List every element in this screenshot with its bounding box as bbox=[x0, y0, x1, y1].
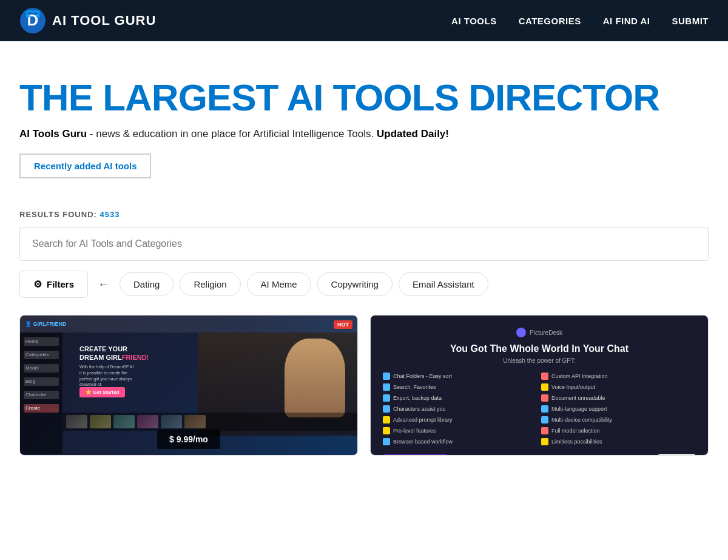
card2-bottom: Start Now → Free bbox=[383, 454, 696, 455]
feat-label-14: Limitless possibilities bbox=[551, 439, 602, 445]
card1-hot-badge: HOT bbox=[334, 320, 352, 329]
feat-10: Multi-device compatibility bbox=[541, 416, 696, 423]
feat-icon-14 bbox=[541, 438, 548, 445]
category-email-assistant[interactable]: Email Assistant bbox=[399, 272, 488, 296]
tool-card-1[interactable]: 👤 GIRLFRIEND Home Categories Model Blog … bbox=[19, 315, 358, 456]
card1-subtext: With the help of DreamGF AI it is possib… bbox=[79, 364, 134, 388]
card1-logo-tag: 👤 GIRLFRIEND bbox=[25, 321, 67, 327]
logo-icon: D bbox=[19, 7, 46, 34]
feat-6: Document unreadable bbox=[541, 394, 696, 402]
feat-5: Export, backup data bbox=[383, 394, 538, 402]
filter-icon: ⚙ bbox=[33, 278, 42, 290]
hero-brand: AI Tools Guru bbox=[19, 128, 87, 140]
card2-topbar: PictureDesk bbox=[383, 328, 696, 337]
thumb-3 bbox=[113, 415, 135, 428]
card2-mockup: PictureDesk You Got The Whole World In Y… bbox=[371, 315, 708, 455]
category-copywriting[interactable]: Copywriting bbox=[317, 272, 393, 296]
tool-card-2[interactable]: PictureDesk You Got The Whole World In Y… bbox=[370, 315, 709, 456]
feat-icon-13 bbox=[383, 438, 390, 445]
filter-label: Filters bbox=[47, 279, 74, 289]
feat-label-9: Advanced prompt library bbox=[393, 417, 453, 423]
card1-mockup: 👤 GIRLFRIEND Home Categories Model Blog … bbox=[20, 315, 357, 455]
card2-subtitle: Unleash the power of GPT: bbox=[383, 357, 696, 364]
hero-section: THE LARGEST AI TOOLS DIRECTOR AI Tools G… bbox=[0, 41, 728, 197]
card1-topbar: 👤 GIRLFRIEND bbox=[20, 315, 357, 332]
hero-subtitle: AI Tools Guru - news & education in one … bbox=[19, 128, 709, 140]
hero-desc: - news & education in one place for Arti… bbox=[87, 128, 377, 140]
thumb-2 bbox=[90, 415, 111, 428]
results-label: RESULTS FOUND: 4533 bbox=[19, 210, 120, 219]
feat-14: Limitless possibilities bbox=[541, 438, 696, 445]
feat-2: Custom API Integration bbox=[541, 373, 696, 380]
feat-7: Characters assist you bbox=[383, 405, 538, 413]
feat-icon-12 bbox=[541, 427, 548, 434]
category-dating[interactable]: Dating bbox=[120, 272, 174, 296]
filter-row: ⚙ Filters ← Dating Religion AI Meme Copy… bbox=[19, 271, 709, 298]
sidebar-character: Character bbox=[24, 391, 59, 399]
recently-added-button[interactable]: Recently added AI tools bbox=[19, 153, 151, 178]
feat-label-6: Document unreadable bbox=[551, 395, 605, 401]
card1-screenshot: 👤 GIRLFRIEND Home Categories Model Blog … bbox=[20, 315, 357, 455]
card2-screenshot: PictureDesk You Got The Whole World In Y… bbox=[371, 315, 708, 455]
feat-13: Browser-based workflow bbox=[383, 438, 538, 445]
card1-woman bbox=[285, 339, 345, 417]
thumb-1 bbox=[66, 415, 87, 428]
svg-text:D: D bbox=[27, 11, 39, 29]
card2-title: You Got The Whole World In Your Chat bbox=[383, 343, 696, 354]
card2-brand-icon bbox=[516, 328, 526, 337]
feat-icon-11 bbox=[383, 427, 390, 434]
feat-icon-3 bbox=[383, 383, 390, 391]
feat-icon-4 bbox=[541, 383, 548, 391]
category-religion[interactable]: Religion bbox=[180, 272, 240, 296]
card2-features: Chat Folders - Easy sort Custom API Inte… bbox=[383, 373, 696, 445]
feat-1: Chat Folders - Easy sort bbox=[383, 373, 538, 380]
prev-category-button[interactable]: ← bbox=[94, 272, 113, 296]
start-now-button[interactable]: Start Now → bbox=[383, 454, 448, 455]
card1-bottom-bar bbox=[62, 413, 357, 431]
tools-grid: 👤 GIRLFRIEND Home Categories Model Blog … bbox=[19, 315, 709, 456]
logo-text: AI TOOL GURU bbox=[52, 13, 156, 29]
feat-12: Full model selection bbox=[541, 427, 696, 434]
svg-point-2 bbox=[26, 14, 30, 18]
card1-line1: CREATE YOUR bbox=[79, 345, 149, 353]
results-section: RESULTS FOUND: 4533 bbox=[0, 197, 728, 220]
search-bar-container bbox=[19, 227, 709, 261]
feat-icon-7 bbox=[383, 405, 390, 413]
sidebar-create-btn: Create bbox=[24, 404, 59, 413]
feat-3: Search, Favorites bbox=[383, 383, 538, 391]
feat-label-3: Search, Favorites bbox=[393, 384, 436, 390]
logo-link[interactable]: D AI TOOL GURU bbox=[19, 7, 156, 34]
card1-price-badge: $ 9.99/mo bbox=[157, 430, 220, 449]
nav-categories[interactable]: CATEGORIES bbox=[519, 16, 581, 26]
filters-button[interactable]: ⚙ Filters bbox=[19, 271, 88, 298]
feat-icon-8 bbox=[541, 405, 548, 413]
nav-submit[interactable]: SUBMIT bbox=[672, 16, 709, 26]
feat-icon-5 bbox=[383, 394, 390, 402]
feat-label-1: Chat Folders - Easy sort bbox=[393, 373, 452, 379]
thumb-5 bbox=[161, 415, 182, 428]
feat-label-8: Multi-language support bbox=[551, 406, 607, 412]
results-count: 4533 bbox=[100, 210, 120, 219]
feat-icon-1 bbox=[383, 373, 390, 380]
feat-4: Voice Input/output bbox=[541, 383, 696, 391]
feat-icon-2 bbox=[541, 373, 548, 380]
svg-point-3 bbox=[36, 14, 39, 18]
sidebar-blog: Blog bbox=[24, 377, 59, 386]
feat-label-13: Browser-based workflow bbox=[393, 439, 453, 445]
card2-brand-text: PictureDesk bbox=[530, 329, 562, 336]
hero-updated: Updated Daily! bbox=[377, 128, 449, 140]
nav-ai-tools[interactable]: AI TOOLS bbox=[451, 16, 497, 26]
nav-links: AI TOOLS CATEGORIES AI FIND AI SUBMIT bbox=[451, 16, 709, 26]
feat-label-2: Custom API Integration bbox=[551, 373, 608, 379]
thumb-4 bbox=[137, 415, 158, 428]
feat-label-10: Multi-device compatibility bbox=[551, 417, 612, 423]
category-ai-meme[interactable]: AI Meme bbox=[247, 272, 311, 296]
search-input[interactable] bbox=[20, 228, 708, 260]
feat-label-4: Voice Input/output bbox=[551, 384, 595, 390]
feat-label-7: Characters assist you bbox=[393, 406, 446, 412]
sidebar-home: Home bbox=[24, 337, 59, 346]
card1-cta: ⭐ Get Started bbox=[79, 387, 125, 397]
feat-label-11: Pro-level features bbox=[393, 428, 436, 434]
feat-label-12: Full model selection bbox=[551, 428, 600, 434]
nav-ai-find-ai[interactable]: AI FIND AI bbox=[603, 16, 650, 26]
